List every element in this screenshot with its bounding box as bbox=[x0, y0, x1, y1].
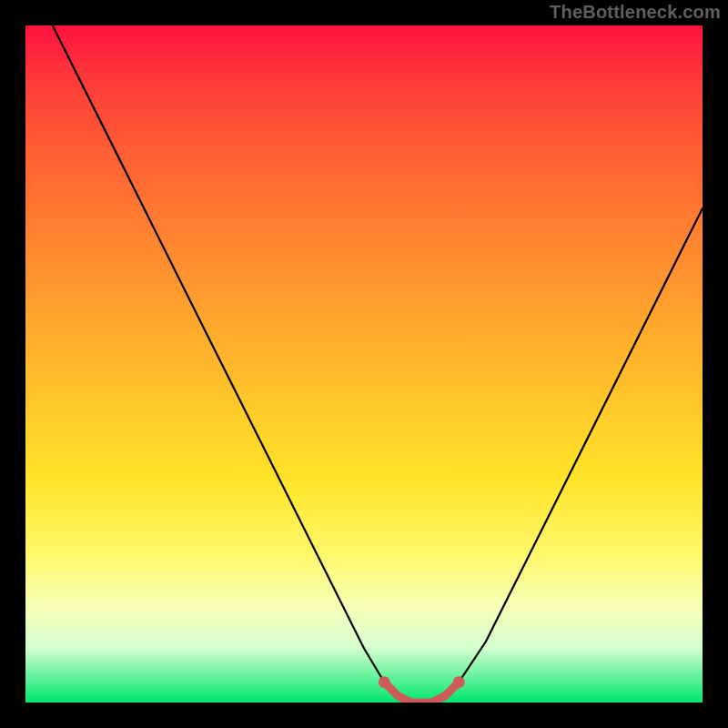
chart-frame: TheBottleneck.com bbox=[0, 0, 728, 728]
watermark-text: TheBottleneck.com bbox=[550, 2, 721, 23]
optimal-band-path bbox=[384, 682, 459, 703]
optimal-band-cap-right bbox=[453, 676, 465, 688]
curve-layer bbox=[25, 25, 703, 703]
optimal-band-cap-left bbox=[379, 676, 390, 688]
plot-area bbox=[25, 25, 703, 703]
bottleneck-curve-path bbox=[53, 25, 703, 703]
